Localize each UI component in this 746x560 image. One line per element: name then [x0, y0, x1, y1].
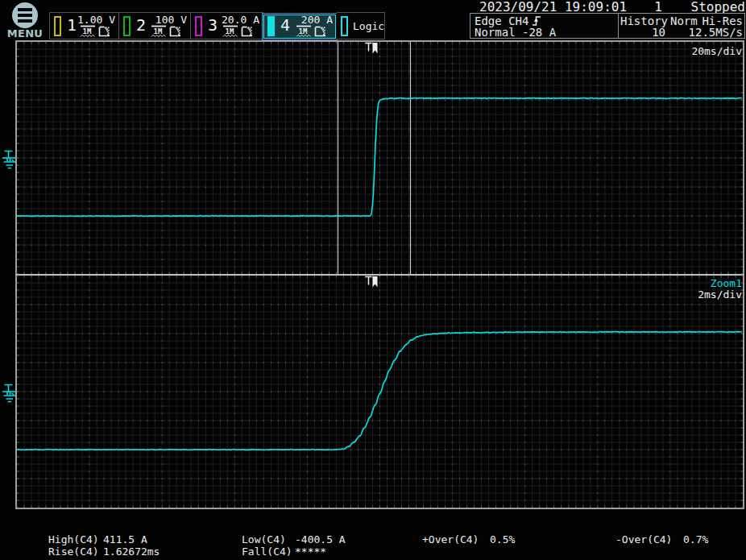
measurement-value: 411.5 A [103, 533, 147, 545]
measurement--overc: -Over(C4)0.7% [615, 533, 708, 545]
zoom-timebase-label: 2ms/div [698, 288, 742, 301]
ch4-level-marker-zoom[interactable] [2, 385, 16, 402]
measurement-risec: Rise(C4)1.62672ms [48, 545, 160, 558]
waveform-display: 20ms/divZoom12ms/div [0, 0, 746, 560]
ch4-level-marker-main[interactable] [2, 151, 16, 168]
measurement-label: Rise(C4) [48, 545, 103, 558]
measurement-label: +Over(C4) [422, 533, 490, 545]
main-timebase-label: 20ms/div [691, 45, 742, 57]
measurement-label: Fall(C4) [242, 545, 295, 558]
grid-zoom [16, 275, 744, 508]
trigger-position-marker-main[interactable] [366, 43, 378, 54]
grid-main [16, 41, 744, 275]
measurement-value: -400.5 A [295, 533, 346, 545]
oscilloscope-screen: MENU 1 1.00 V 1M 2 100 V 1M [0, 0, 746, 560]
measurement-label: Low(C4) [242, 533, 295, 545]
trigger-position-marker-zoom[interactable] [366, 276, 378, 288]
measurement-value: 1.62672ms [103, 545, 160, 558]
measurement-+overc: +Over(C4)0.5% [422, 533, 515, 545]
measurement-highc: High(C4)411.5 A [48, 533, 147, 545]
measurement-label: High(C4) [48, 533, 103, 545]
measurement-lowc: Low(C4)-400.5 A [242, 533, 346, 545]
zoom-window-label: Zoom1 [711, 277, 742, 289]
measurement-value: 0.7% [683, 533, 708, 545]
measurement-value: 0.5% [490, 533, 515, 545]
measurement-label: -Over(C4) [615, 533, 683, 545]
measurement-value: ***** [295, 545, 326, 558]
measurement-fallc: Fall(C4)***** [242, 545, 326, 558]
